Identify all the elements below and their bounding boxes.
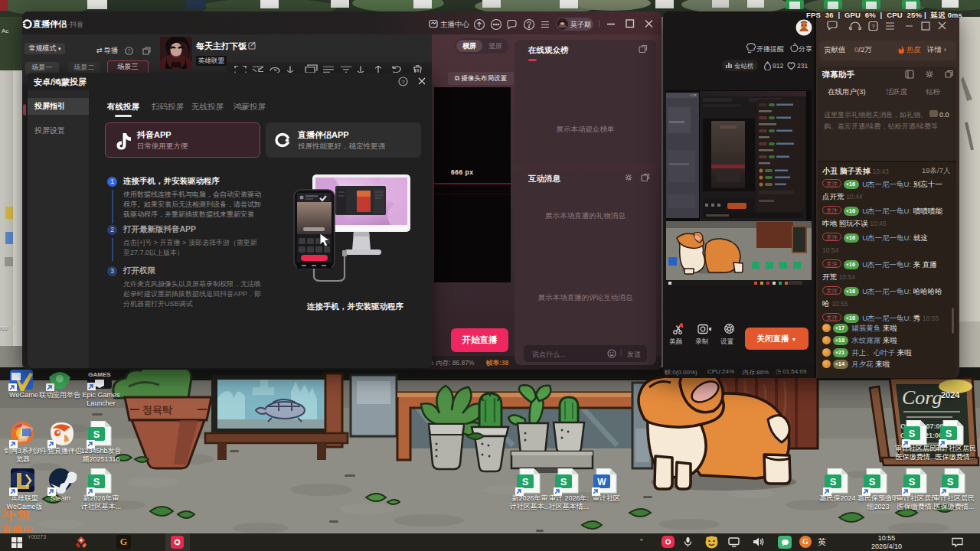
svg-text:分享: 分享	[799, 45, 812, 53]
svg-text:Corg: Corg	[902, 386, 942, 409]
svg-text:?: ?	[401, 79, 405, 86]
svg-text:?: ?	[871, 23, 875, 30]
svg-text:GAMES: GAMES	[88, 371, 111, 378]
svg-text:?: ?	[128, 48, 131, 54]
svg-text:开播提醒: 开播提醒	[756, 45, 784, 53]
svg-text:정육탁: 정육탁	[142, 404, 172, 416]
